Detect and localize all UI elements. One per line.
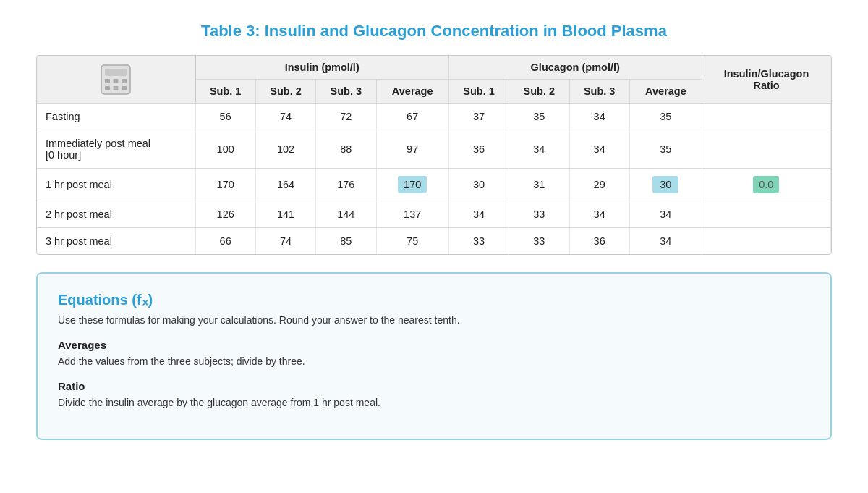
data-cell-i_sub2: 102 [255,130,315,169]
data-cell-i_sub3: 72 [316,104,376,130]
data-cell-i_sub3: 144 [316,201,376,228]
ratio-text: Divide the insulin average by the glucag… [58,397,810,408]
svg-rect-4 [122,79,127,83]
glucagon-avg-header: Average [629,80,702,104]
svg-rect-3 [114,79,119,83]
insulin-group-header: Insulin (pmol/l) [195,56,448,80]
data-cell-i_avg: 97 [376,130,448,169]
data-cell-g_sub3: 34 [569,104,629,130]
ratio-cell[interactable]: 0.0 [702,169,830,201]
data-cell-i_sub2: 74 [255,104,315,130]
data-cell-g_sub3: 29 [569,169,629,201]
glucagon-sub3-header: Sub. 3 [569,80,629,104]
row-label: 2 hr post meal [37,201,195,228]
page-title: Table 3: Insulin and Glucagon Concentrat… [36,22,832,41]
data-cell-g_sub3: 36 [569,228,629,255]
table-row: 1 hr post meal170164176170303129300.0 [37,169,831,201]
glucagon-sub1-header: Sub. 1 [448,80,509,104]
row-label: 1 hr post meal [37,169,195,201]
data-cell-g_sub1: 34 [448,201,509,228]
data-cell-g_sub1: 33 [448,228,509,255]
data-cell-g_sub2: 33 [509,228,569,255]
data-cell-g_avg: 35 [629,130,702,169]
averages-text: Add the values from the three subjects; … [58,355,810,367]
insulin-sub3-header: Sub. 3 [316,80,376,104]
row-label: Immediately post meal [0 hour] [37,130,195,169]
ratio-cell [702,228,830,255]
svg-rect-7 [122,86,127,90]
data-cell-i_sub1: 100 [195,130,255,169]
data-cell-g_avg: 34 [629,201,702,228]
equations-subtitle: Use these formulas for making your calcu… [58,314,810,326]
data-cell-g_sub2: 35 [509,104,569,130]
table-row: 3 hr post meal6674857533333634 [37,228,831,255]
ratio-cell [702,201,830,228]
ratio-header: Insulin/Glucagon Ratio [702,56,830,104]
data-cell-g_avg: 35 [629,104,702,130]
data-cell-i_avg: 75 [376,228,448,255]
data-cell-i_sub2: 74 [255,228,315,255]
table-row: Immediately post meal [0 hour]1001028897… [37,130,831,169]
data-cell-g_sub2: 33 [509,201,569,228]
data-cell-g_sub1: 30 [448,169,509,201]
data-cell-i_sub1: 170 [195,169,255,201]
svg-rect-5 [105,86,110,90]
data-cell-i_avg: 137 [376,201,448,228]
row-label: 3 hr post meal [37,228,195,255]
equations-box: Equations (fₓ) Use these formulas for ma… [36,272,832,440]
data-cell-i_sub2: 164 [255,169,315,201]
data-cell-g_sub1: 37 [448,104,509,130]
averages-title: Averages [58,339,810,351]
insulin-sub2-header: Sub. 2 [255,80,315,104]
svg-rect-2 [105,79,110,83]
data-cell-i_sub1: 66 [195,228,255,255]
data-cell-i_sub2: 141 [255,201,315,228]
data-cell-g_avg: 34 [629,228,702,255]
data-cell-g_sub2: 34 [509,130,569,169]
table-row: 2 hr post meal12614114413734333434 [37,201,831,228]
calculator-icon-header [37,56,195,104]
insulin-sub1-header: Sub. 1 [195,80,255,104]
ratio-cell [702,104,830,130]
data-cell-i_avg: 170 [376,169,448,201]
table-row: Fasting5674726737353435 [37,104,831,130]
data-cell-g_sub3: 34 [569,130,629,169]
data-table: Insulin (pmol/l) Glucagon (pmol/l) Insul… [36,55,832,255]
glucagon-sub2-header: Sub. 2 [509,80,569,104]
data-cell-g_sub1: 36 [448,130,509,169]
data-cell-g_avg: 30 [629,169,702,201]
insulin-avg-header: Average [376,80,448,104]
svg-rect-6 [114,86,119,90]
row-label: Fasting [37,104,195,130]
svg-rect-1 [105,69,127,76]
data-cell-i_sub3: 85 [316,228,376,255]
data-cell-i_sub3: 88 [316,130,376,169]
data-cell-i_sub1: 56 [195,104,255,130]
data-cell-g_sub3: 34 [569,201,629,228]
data-cell-i_sub1: 126 [195,201,255,228]
equations-title: Equations (fₓ) [58,291,810,308]
data-cell-g_sub2: 31 [509,169,569,201]
ratio-cell [702,130,830,169]
ratio-title: Ratio [58,380,810,392]
data-cell-i_avg: 67 [376,104,448,130]
data-cell-i_sub3: 176 [316,169,376,201]
glucagon-group-header: Glucagon (pmol/l) [448,56,702,80]
